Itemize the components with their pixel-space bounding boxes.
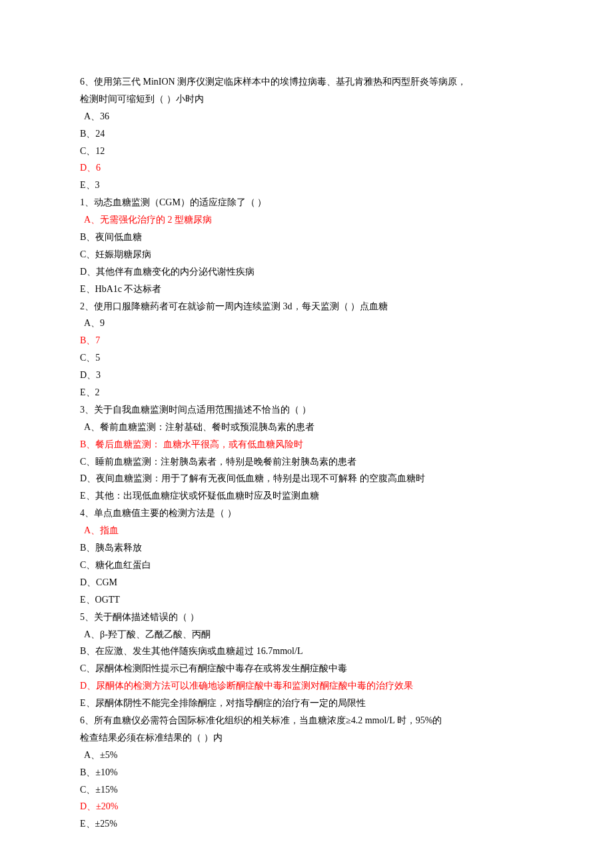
text-line: 5、关于酮体描述错误的（ ） [80, 609, 533, 626]
text-line: A、无需强化治疗的 2 型糖尿病 [80, 211, 533, 229]
text-line: A、指血 [80, 522, 533, 539]
text-line: A、36 [80, 108, 533, 125]
text-line: C、尿酮体检测阳性提示已有酮症酸中毒存在或将发生酮症酸中毒 [80, 660, 533, 677]
text-line: D、CGM [80, 574, 533, 591]
text-line: B、在应激、发生其他伴随疾病或血糖超过 16.7mmol/L [80, 643, 533, 660]
text-line: 2、使用口服降糖药者可在就诊前一周内连续监测 3d，每天监测（ ）点血糖 [80, 298, 533, 315]
text-line: A、β-羟丁酸、乙酰乙酸、丙酮 [80, 626, 533, 643]
text-line: E、HbA1c 不达标者 [80, 281, 533, 298]
text-line: E、OGTT [80, 591, 533, 609]
text-line: A、9 [80, 315, 533, 332]
text-line: D、3 [80, 367, 533, 384]
text-line: A、餐前血糖监测：注射基础、餐时或预混胰岛素的患者 [80, 419, 533, 436]
text-line: E、2 [80, 384, 533, 401]
text-line: 6、所有血糖仪必需符合国际标准化组织的相关标准，当血糖浓度≥4.2 mmol/L… [80, 712, 533, 729]
text-line: C、糖化血红蛋白 [80, 557, 533, 574]
text-line: B、餐后血糖监测： 血糖水平很高，或有低血糖风险时 [80, 436, 533, 453]
text-line: C、12 [80, 143, 533, 160]
text-line: 6、使用第三代 MinION 测序仪测定临床样本中的埃博拉病毒、基孔肯雅热和丙型… [80, 73, 533, 91]
text-line: D、尿酮体的检测方法可以准确地诊断酮症酸中毒和监测对酮症酸中毒的治疗效果 [80, 677, 533, 695]
text-line: 检测时间可缩短到（ ）小时内 [80, 91, 533, 108]
text-line: D、夜间血糖监测：用于了解有无夜间低血糖，特别是出现不可解释 的空腹高血糖时 [80, 470, 533, 487]
document-page: 6、使用第三代 MinION 测序仪测定临床样本中的埃博拉病毒、基孔肯雅热和丙型… [0, 0, 613, 868]
text-line: C、5 [80, 349, 533, 367]
text-line: 检查结果必须在标准结果的（ ）内 [80, 729, 533, 747]
text-line: E、±25% [80, 815, 533, 833]
text-line: E、3 [80, 177, 533, 194]
text-line: 3、关于自我血糖监测时间点适用范围描述不恰当的（ ） [80, 401, 533, 419]
text-line: D、6 [80, 159, 533, 177]
text-line: D、±20% [80, 798, 533, 815]
text-line: B、7 [80, 332, 533, 349]
text-line: E、尿酮体阴性不能完全排除酮症，对指导酮症的治疗有一定的局限性 [80, 695, 533, 712]
text-line: B、胰岛素释放 [80, 539, 533, 557]
text-line: 1、动态血糖监测（CGM）的适应症除了（ ） [80, 194, 533, 211]
text-line: B、±10% [80, 764, 533, 781]
text-line: E、其他：出现低血糖症状或怀疑低血糖时应及时监测血糖 [80, 487, 533, 505]
text-line: C、妊娠期糖尿病 [80, 246, 533, 263]
text-line: B、夜间低血糖 [80, 229, 533, 246]
text-line: B、24 [80, 125, 533, 143]
text-line: C、睡前血糖监测：注射胰岛素者，特别是晚餐前注射胰岛素的患者 [80, 453, 533, 471]
text-line: A、±5% [80, 747, 533, 764]
text-line: 4、单点血糖值主要的检测方法是（ ） [80, 505, 533, 522]
text-line: C、±15% [80, 781, 533, 799]
text-line: D、其他伴有血糖变化的内分泌代谢性疾病 [80, 263, 533, 281]
